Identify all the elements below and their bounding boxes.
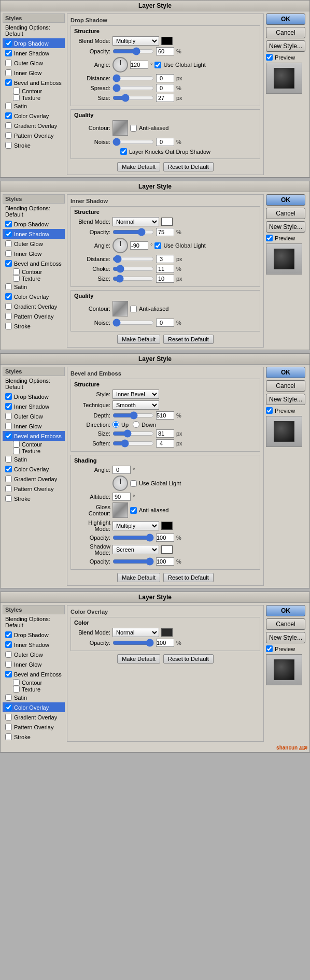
shading-global-check-3[interactable] xyxy=(130,480,137,487)
sidebar-item-outer-glow-1[interactable]: Outer Glow xyxy=(3,58,65,68)
angle-dial-1[interactable] xyxy=(112,57,128,73)
blend-mode-select-1[interactable]: Multiply xyxy=(112,36,159,46)
make-default-btn-4[interactable]: Make Default xyxy=(117,654,160,664)
sidebar-item-outer-glow-2[interactable]: Outer Glow xyxy=(3,239,65,249)
reset-default-btn-4[interactable]: Reset to Default xyxy=(163,654,214,664)
sidebar-item-color-overlay-4[interactable]: Color Overlay xyxy=(3,702,65,712)
sidebar-item-drop-shadow-4[interactable]: Drop Shadow xyxy=(3,630,65,640)
contour-thumb-2[interactable] xyxy=(112,301,128,316)
gloss-contour-thumb-3[interactable] xyxy=(112,502,128,518)
noise-slider-2[interactable] xyxy=(112,320,154,326)
direction-up-radio-3[interactable] xyxy=(112,421,119,428)
technique-select-3[interactable]: Smooth xyxy=(112,400,159,410)
sidebar-item-texture-2[interactable]: Texture xyxy=(3,275,65,282)
sidebar-item-drop-shadow-1[interactable]: Drop Shadow xyxy=(3,38,65,48)
sidebar-item-pattern-overlay-4[interactable]: Pattern Overlay xyxy=(3,722,65,732)
sidebar-item-satin-1[interactable]: Satin xyxy=(3,101,65,111)
sidebar-item-texture-1[interactable]: Texture xyxy=(3,94,65,101)
sidebar-item-gradient-overlay-4[interactable]: Gradient Overlay xyxy=(3,712,65,722)
distance-input-1[interactable] xyxy=(156,74,174,82)
blend-mode-select-4[interactable]: Normal xyxy=(112,628,159,637)
ok-button-4[interactable]: OK xyxy=(266,605,305,616)
highlight-opacity-input-3[interactable] xyxy=(156,534,174,542)
make-default-btn-3[interactable]: Make Default xyxy=(117,573,160,582)
sidebar-item-inner-glow-3[interactable]: Inner Glow xyxy=(3,421,65,431)
distance-slider-1[interactable] xyxy=(112,75,154,81)
shading-angle-dial-3[interactable] xyxy=(112,475,128,491)
spread-input-1[interactable] xyxy=(156,84,174,92)
global-light-check-1[interactable] xyxy=(154,62,161,68)
blend-color-swatch-2[interactable] xyxy=(161,218,173,226)
sidebar-item-pattern-overlay-1[interactable]: Pattern Overlay xyxy=(3,131,65,140)
spread-slider-1[interactable] xyxy=(112,85,154,91)
blend-color-swatch-4[interactable] xyxy=(161,628,173,637)
cancel-button-4[interactable]: Cancel xyxy=(266,618,305,630)
sidebar-item-bevel-3[interactable]: Bevel and Emboss xyxy=(3,431,65,441)
sidebar-item-stroke-1[interactable]: Stroke xyxy=(3,140,65,150)
contour-thumb-1[interactable] xyxy=(112,120,128,136)
make-default-btn-1[interactable]: Make Default xyxy=(117,162,160,171)
sidebar-item-gradient-overlay-3[interactable]: Gradient Overlay xyxy=(3,474,65,484)
cancel-button-1[interactable]: Cancel xyxy=(266,27,305,38)
reset-default-btn-1[interactable]: Reset to Default xyxy=(163,162,214,171)
highlight-opacity-slider-3[interactable] xyxy=(112,535,154,541)
highlight-color-swatch-3[interactable] xyxy=(161,522,173,530)
sidebar-item-gradient-overlay-1[interactable]: Gradient Overlay xyxy=(3,121,65,131)
opacity-slider-2[interactable] xyxy=(112,229,154,235)
shadow-opacity-input-3[interactable] xyxy=(156,557,174,566)
cancel-button-3[interactable]: Cancel xyxy=(266,380,305,392)
sidebar-item-color-overlay-3[interactable]: Color Overlay xyxy=(3,464,65,474)
preview-check-3[interactable] xyxy=(266,407,273,414)
shadow-opacity-slider-3[interactable] xyxy=(112,558,154,565)
ok-button-1[interactable]: OK xyxy=(266,13,305,25)
sidebar-item-contour-4[interactable]: Contour xyxy=(3,679,65,686)
choke-input-2[interactable] xyxy=(156,265,174,273)
size-slider-1[interactable] xyxy=(112,95,154,101)
opacity-slider-4[interactable] xyxy=(112,640,154,646)
sidebar-item-texture-3[interactable]: Texture xyxy=(3,448,65,454)
ok-button-2[interactable]: OK xyxy=(266,194,305,206)
size-input-1[interactable] xyxy=(156,94,174,102)
antialiased-check-1[interactable] xyxy=(130,125,137,132)
sidebar-item-inner-shadow-2[interactable]: Inner Shadow xyxy=(3,229,65,239)
noise-input-2[interactable] xyxy=(156,319,174,327)
sidebar-item-contour-3[interactable]: Contour xyxy=(3,441,65,448)
sidebar-item-inner-glow-4[interactable]: Inner Glow xyxy=(3,659,65,669)
sidebar-item-blending-1[interactable]: Blending Options: Default xyxy=(3,23,65,38)
depth-slider-3[interactable] xyxy=(112,412,154,419)
new-style-button-3[interactable]: New Style... xyxy=(266,394,305,405)
size-input-2[interactable] xyxy=(156,275,174,283)
size-slider-3[interactable] xyxy=(112,430,154,437)
sidebar-item-contour-1[interactable]: Contour xyxy=(3,88,65,94)
angle-dial-2[interactable] xyxy=(112,238,128,253)
soften-input-3[interactable] xyxy=(156,439,174,448)
sidebar-item-drop-shadow-3[interactable]: Drop Shadow xyxy=(3,392,65,401)
blend-mode-select-2[interactable]: Normal xyxy=(112,217,159,226)
size-input-3[interactable] xyxy=(156,429,174,438)
sidebar-item-blending-4[interactable]: Blending Options: Default xyxy=(3,614,65,630)
shadow-color-swatch-3[interactable] xyxy=(161,545,173,554)
sidebar-item-inner-shadow-3[interactable]: Inner Shadow xyxy=(3,401,65,411)
sidebar-item-bevel-1[interactable]: Bevel and Emboss xyxy=(3,78,65,88)
reset-default-btn-2[interactable]: Reset to Default xyxy=(163,335,214,344)
sidebar-item-pattern-overlay-2[interactable]: Pattern Overlay xyxy=(3,311,65,321)
sidebar-item-inner-glow-2[interactable]: Inner Glow xyxy=(3,249,65,258)
sidebar-item-color-overlay-2[interactable]: Color Overlay xyxy=(3,292,65,301)
style-select-3[interactable]: Inner Bevel xyxy=(112,390,159,399)
make-default-btn-2[interactable]: Make Default xyxy=(117,335,160,344)
sidebar-item-stroke-4[interactable]: Stroke xyxy=(3,732,65,742)
angle-input-2[interactable] xyxy=(130,241,148,250)
distance-input-2[interactable] xyxy=(156,255,174,263)
sidebar-item-satin-4[interactable]: Satin xyxy=(3,693,65,702)
blend-color-swatch-1[interactable] xyxy=(161,37,173,45)
new-style-button-2[interactable]: New Style... xyxy=(266,221,305,233)
preview-check-1[interactable] xyxy=(266,54,273,61)
sidebar-item-gradient-overlay-2[interactable]: Gradient Overlay xyxy=(3,301,65,311)
distance-slider-2[interactable] xyxy=(112,256,154,262)
knocks-out-check-1[interactable] xyxy=(120,148,127,155)
sidebar-item-stroke-3[interactable]: Stroke xyxy=(3,494,65,503)
sidebar-item-outer-glow-3[interactable]: Outer Glow xyxy=(3,411,65,421)
opacity-input-2[interactable] xyxy=(156,228,174,236)
cancel-button-2[interactable]: Cancel xyxy=(266,208,305,219)
sidebar-item-satin-2[interactable]: Satin xyxy=(3,282,65,292)
